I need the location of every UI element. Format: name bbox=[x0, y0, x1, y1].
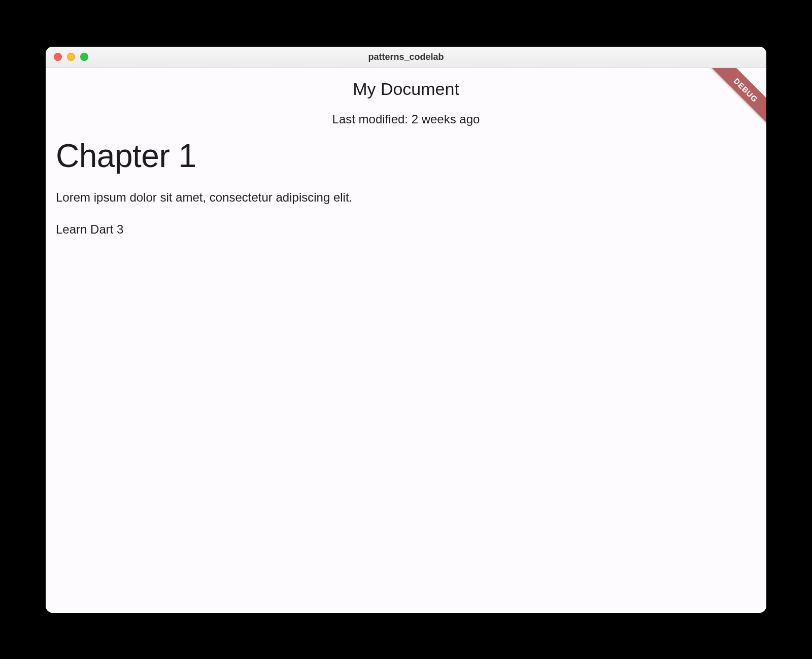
page-title: My Document bbox=[46, 79, 766, 99]
last-modified-text: Last modified: 2 weeks ago bbox=[46, 112, 766, 126]
close-icon[interactable] bbox=[54, 53, 62, 61]
titlebar: patterns_codelab bbox=[46, 47, 766, 68]
window-title: patterns_codelab bbox=[46, 52, 766, 62]
app-header: My Document bbox=[46, 68, 766, 99]
chapter-heading: Chapter 1 bbox=[56, 140, 756, 172]
app-body: DEBUG My Document Last modified: 2 weeks… bbox=[46, 68, 766, 613]
traffic-lights bbox=[46, 53, 88, 61]
app-window: patterns_codelab DEBUG My Document Last … bbox=[46, 47, 766, 613]
list-item: Learn Dart 3 bbox=[56, 222, 756, 237]
zoom-icon[interactable] bbox=[80, 53, 88, 61]
minimize-icon[interactable] bbox=[67, 53, 75, 61]
content-area: Chapter 1 Lorem ipsum dolor sit amet, co… bbox=[46, 126, 766, 237]
body-paragraph: Lorem ipsum dolor sit amet, consectetur … bbox=[56, 189, 756, 205]
